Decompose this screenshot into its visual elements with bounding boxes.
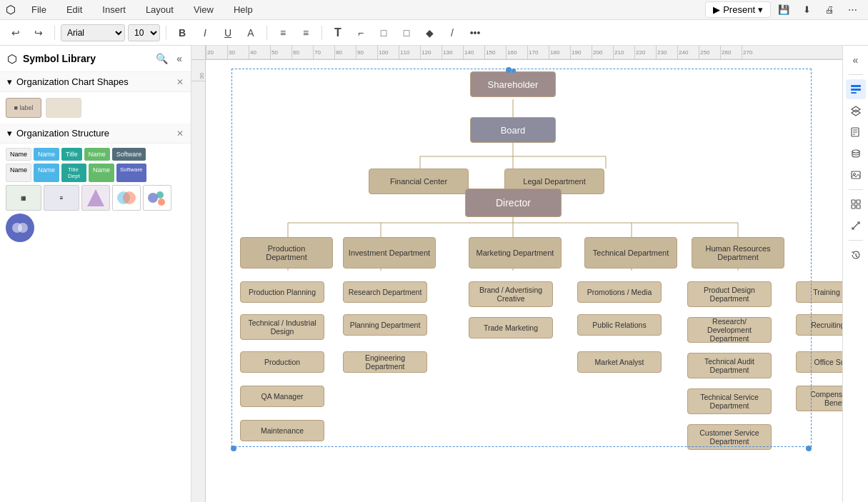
node-research-development-dept[interactable]: Research/ Development Department [687, 317, 772, 343]
menu-file[interactable]: File [27, 3, 51, 16]
node-investment-dept[interactable]: Investment Department [343, 237, 436, 268]
connector-tool-button[interactable]: ⌐ [351, 23, 371, 43]
node-technical-audit-dept[interactable]: Technical Audit Department [687, 353, 772, 378]
right-panel-collapse-button[interactable]: « [846, 50, 866, 70]
rp-image-button[interactable] [846, 165, 866, 185]
menu-edit[interactable]: Edit [62, 3, 86, 16]
node-market-analyst[interactable]: Market Analyst [577, 351, 662, 373]
print-button[interactable]: 🖨 [819, 0, 839, 20]
template-table[interactable]: ▦ [6, 185, 41, 211]
text-align-button[interactable]: ≡ [273, 23, 293, 43]
line-button[interactable]: / [442, 23, 462, 43]
rp-layers-button[interactable] [846, 101, 866, 121]
font-size-select[interactable]: 10 [128, 24, 160, 41]
org-chart-shapes-section[interactable]: ▾ Organization Chart Shapes ✕ [0, 72, 191, 92]
section-close-icon[interactable]: ✕ [176, 77, 184, 87]
menu-view[interactable]: View [189, 3, 218, 16]
present-button[interactable]: ▶ Present ▾ [705, 1, 771, 18]
rp-database-button[interactable] [846, 144, 866, 164]
shape-tool-button[interactable]: □ [374, 23, 394, 43]
node-recruiting-team[interactable]: Recruiting Team [796, 314, 842, 336]
rp-history-button[interactable] [846, 245, 866, 265]
node-technical-industrial-design[interactable]: Technical / Industrial Design [240, 314, 324, 340]
canvas-scroll[interactable]: Shareholder Board Financial Center Legal… [206, 60, 842, 502]
svg-point-4 [156, 191, 164, 199]
node-board[interactable]: Board [470, 117, 556, 143]
bold-button[interactable]: B [172, 23, 192, 43]
rp-format-button[interactable] [846, 79, 866, 99]
save-button[interactable]: 💾 [774, 0, 794, 20]
sidebar-collapse-button[interactable]: « [175, 51, 184, 66]
toolbar-separator-3 [266, 26, 267, 40]
rp-grid-button[interactable] [846, 194, 866, 214]
struct-item-5[interactable]: Software [112, 148, 146, 161]
node-training-group[interactable]: Training Group [796, 281, 842, 303]
node-office-support[interactable]: Office Support [796, 351, 842, 373]
org-structure-content: Name Name Title Name Software Name Name … [0, 144, 191, 246]
node-director[interactable]: Director [465, 189, 562, 217]
node-qa-manager[interactable]: QA Manager [240, 386, 324, 407]
svg-rect-29 [851, 92, 857, 94]
shape-item-1[interactable]: ■ label [6, 98, 41, 118]
italic-button[interactable]: I [195, 23, 215, 43]
node-financial-center[interactable]: Financial Center [369, 169, 469, 194]
template-pyramid[interactable] [81, 185, 110, 211]
node-production-dept[interactable]: Production Department [240, 237, 333, 268]
template-venn[interactable] [112, 185, 141, 211]
menu-layout[interactable]: Layout [141, 3, 178, 16]
node-promotions-media[interactable]: Promotions / Media [577, 281, 662, 303]
font-family-select[interactable]: Arial [61, 24, 125, 41]
rp-pages-button[interactable] [846, 122, 866, 142]
underline-button[interactable]: U [218, 23, 238, 43]
struct-item-3[interactable]: Title [61, 148, 82, 161]
download-button[interactable]: ⬇ [797, 0, 817, 20]
section2-close-icon[interactable]: ✕ [176, 129, 184, 139]
node-product-design-dept[interactable]: Product Design Department [687, 281, 772, 307]
node-technical-service-dept[interactable]: Technical Service Department [687, 388, 772, 414]
template-circle-blue[interactable] [6, 214, 34, 242]
structure-row-4 [6, 214, 185, 242]
struct-item-4[interactable]: Name [84, 148, 110, 161]
node-hr-dept[interactable]: Human Resources Department [692, 237, 784, 268]
node-trade-marketing[interactable]: Trade Marketing [469, 317, 553, 338]
menu-help[interactable]: Help [229, 3, 257, 16]
struct-item-7[interactable]: Name [34, 164, 59, 182]
template-bubbles[interactable] [143, 185, 171, 211]
template-list[interactable]: ≡ [44, 185, 79, 211]
node-maintenance[interactable]: Maintenance [240, 420, 324, 441]
node-research-dept[interactable]: Research Department [343, 281, 427, 303]
node-marketing-dept[interactable]: Marketing Department [469, 237, 562, 268]
node-compensation-benefits[interactable]: Compensation & Benefits [796, 386, 842, 411]
share-button[interactable]: ⋯ [842, 0, 862, 20]
node-shareholder[interactable]: Shareholder [470, 71, 556, 97]
font-color-button[interactable]: A [241, 23, 261, 43]
fill-button[interactable]: ◆ [419, 23, 439, 43]
sidebar-search-button[interactable]: 🔍 [154, 51, 169, 66]
struct-item-1[interactable]: Name [6, 148, 31, 161]
node-customer-service-dept[interactable]: Customer Service Department [687, 424, 772, 450]
struct-item-6[interactable]: Name [6, 164, 31, 182]
main-layout: ⬡ Symbol Library 🔍 « ▾ Organization Char… [0, 46, 868, 502]
redo-button[interactable]: ↪ [29, 23, 49, 43]
shape-item-2[interactable] [46, 98, 81, 118]
rp-separator-3 [849, 240, 863, 241]
node-planning-dept[interactable]: Planning Department [343, 314, 427, 336]
node-technical-dept[interactable]: Technical Department [584, 237, 677, 268]
more-text-button[interactable]: ≡ [296, 23, 316, 43]
node-production-planning[interactable]: Production Planning [240, 281, 324, 303]
undo-button[interactable]: ↩ [6, 23, 26, 43]
node-brand-advertising[interactable]: Brand / Advertising Creative [469, 281, 553, 307]
shape-extra-button[interactable]: □ [396, 23, 416, 43]
org-structure-section[interactable]: ▾ Organization Structure ✕ [0, 124, 191, 144]
struct-item-9[interactable]: Name [89, 164, 114, 182]
struct-item-10[interactable]: Software [116, 164, 146, 182]
struct-item-2[interactable]: Name [34, 148, 59, 161]
node-production[interactable]: Production [240, 351, 324, 373]
menu-insert[interactable]: Insert [98, 3, 130, 16]
text-tool-button[interactable]: T [328, 23, 348, 43]
struct-item-8[interactable]: TitleDept [61, 164, 86, 182]
node-public-relations[interactable]: Public Relations [577, 314, 662, 336]
more-toolbar-button[interactable]: ••• [465, 23, 485, 43]
rp-expand-button[interactable] [846, 216, 866, 236]
node-engineering-dept[interactable]: Engineering Department [343, 351, 427, 373]
